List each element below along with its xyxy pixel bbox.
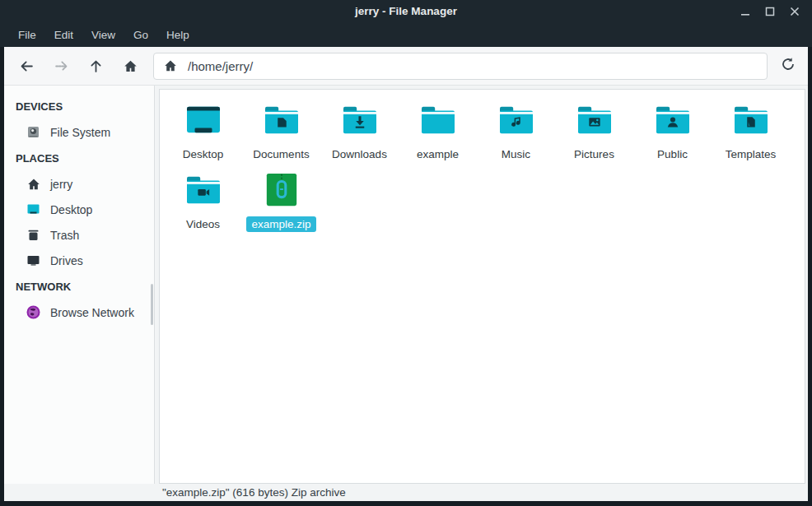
file-label[interactable]: Documents xyxy=(248,146,314,162)
sidebar-scrollbar[interactable] xyxy=(151,284,153,325)
path-bar[interactable]: /home/jerry/ xyxy=(153,53,768,80)
sidebar-item-drives[interactable]: Drives xyxy=(4,248,154,273)
sidebar-item-label: Desktop xyxy=(50,203,92,216)
monitor-icon xyxy=(26,253,40,267)
maximize-icon[interactable] xyxy=(761,3,779,20)
folder-templates-icon xyxy=(732,99,770,142)
sidebar-header-devices: DEVICES xyxy=(4,93,154,119)
window-controls xyxy=(736,3,812,20)
file-label[interactable]: Public xyxy=(652,146,693,162)
back-button[interactable] xyxy=(10,52,43,80)
folder-documents-icon xyxy=(263,99,301,142)
file-label[interactable]: Templates xyxy=(721,146,782,162)
window-border xyxy=(0,501,812,506)
folder-downloads-icon xyxy=(341,99,379,142)
file-label[interactable]: Pictures xyxy=(569,146,619,162)
file-label-selected[interactable]: example.zip xyxy=(246,216,315,232)
reload-button[interactable] xyxy=(776,52,800,80)
file-item-example[interactable]: example xyxy=(399,99,477,162)
menu-go[interactable]: Go xyxy=(126,26,156,44)
file-item-videos[interactable]: Videos xyxy=(164,169,242,232)
file-item-desktop[interactable]: Desktop xyxy=(164,99,242,162)
minimize-icon[interactable] xyxy=(736,3,754,20)
home-button[interactable] xyxy=(114,52,147,80)
home-icon xyxy=(26,177,40,191)
sidebar-header-network: NETWORK xyxy=(4,273,154,299)
file-item-music[interactable]: Music xyxy=(477,99,555,162)
zip-archive-icon xyxy=(264,169,300,211)
file-item-public[interactable]: Public xyxy=(633,99,712,162)
main-wrap: Desktop Documents xyxy=(155,86,808,484)
menu-file[interactable]: File xyxy=(11,26,44,44)
globe-purple-icon xyxy=(26,305,40,319)
menu-edit[interactable]: Edit xyxy=(47,26,81,44)
sidebar: DEVICES File System PLACES jerry xyxy=(4,86,155,484)
trash-icon xyxy=(26,228,40,242)
file-item-example-zip[interactable]: example.zip xyxy=(242,169,320,232)
reload-icon xyxy=(781,57,796,75)
close-icon[interactable] xyxy=(786,3,804,20)
file-label[interactable]: example xyxy=(412,146,464,162)
desktop-teal-icon xyxy=(26,202,40,216)
path-home-icon xyxy=(164,59,177,72)
sidebar-item-file-system[interactable]: File System xyxy=(4,119,154,145)
harddisk-icon xyxy=(26,125,40,139)
folder-videos-icon xyxy=(184,169,222,211)
file-label[interactable]: Desktop xyxy=(178,146,229,162)
file-item-pictures[interactable]: Pictures xyxy=(555,99,633,162)
sidebar-item-jerry[interactable]: jerry xyxy=(4,171,154,197)
up-arrow-icon xyxy=(89,59,103,73)
folder-music-icon xyxy=(497,99,535,142)
menubar: File Edit View Go Help xyxy=(0,22,812,47)
window-title: jerry - File Manager xyxy=(0,5,812,17)
toolbar: /home/jerry/ xyxy=(4,47,808,86)
status-text: "example.zip" (616 bytes) Zip archive xyxy=(162,486,346,499)
file-item-documents[interactable]: Documents xyxy=(242,99,320,162)
file-manager-window: jerry - File Manager File Edit View Go H… xyxy=(0,0,812,506)
forward-button[interactable] xyxy=(44,52,77,80)
sidebar-item-label: Browse Network xyxy=(50,306,134,319)
content-area: DEVICES File System PLACES jerry xyxy=(4,86,808,484)
folder-public-icon xyxy=(654,99,692,142)
sidebar-item-trash[interactable]: Trash xyxy=(4,222,154,248)
titlebar: jerry - File Manager xyxy=(0,0,812,22)
file-view[interactable]: Desktop Documents xyxy=(159,89,805,484)
sidebar-item-label: File System xyxy=(50,126,110,139)
sidebar-item-label: Drives xyxy=(50,254,83,267)
folder-plain-icon xyxy=(419,99,457,142)
menu-help[interactable]: Help xyxy=(159,26,197,44)
back-arrow-icon xyxy=(20,59,34,73)
file-item-downloads[interactable]: Downloads xyxy=(320,99,399,162)
sidebar-item-label: Trash xyxy=(50,229,79,242)
sidebar-item-browse-network[interactable]: Browse Network xyxy=(4,299,154,325)
file-label[interactable]: Music xyxy=(497,146,535,162)
home-icon xyxy=(124,59,138,73)
sidebar-item-desktop[interactable]: Desktop xyxy=(4,197,154,222)
statusbar: "example.zip" (616 bytes) Zip archive xyxy=(4,484,808,501)
desktop-icon xyxy=(184,99,222,142)
path-text[interactable]: /home/jerry/ xyxy=(188,59,253,73)
file-label[interactable]: Downloads xyxy=(327,146,392,162)
file-item-templates[interactable]: Templates xyxy=(712,99,790,162)
sidebar-item-label: jerry xyxy=(50,178,72,191)
file-label[interactable]: Videos xyxy=(181,216,225,232)
menu-view[interactable]: View xyxy=(84,26,123,44)
sidebar-header-places: PLACES xyxy=(4,145,154,171)
forward-arrow-icon xyxy=(54,59,68,73)
up-button[interactable] xyxy=(79,52,112,80)
folder-pictures-icon xyxy=(576,99,614,142)
